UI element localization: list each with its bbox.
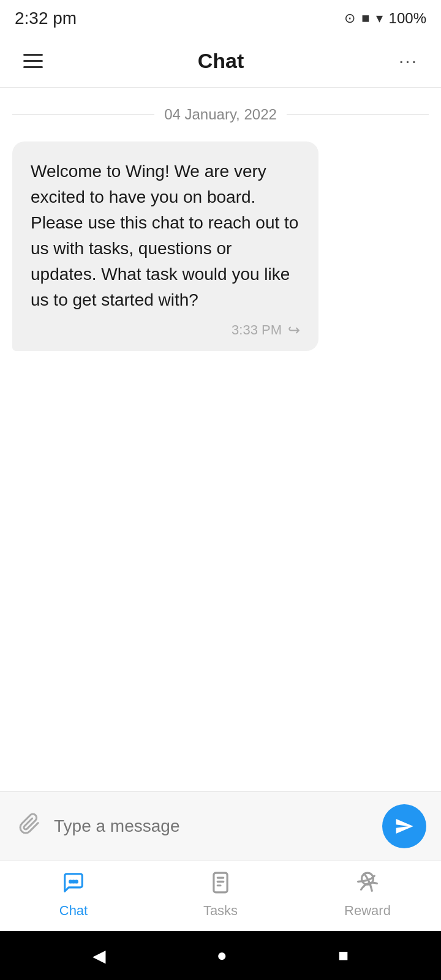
chat-nav-label: Chat [59, 903, 88, 919]
status-time: 2:32 pm [15, 9, 77, 28]
reply-icon[interactable]: ↩ [288, 322, 300, 339]
hamburger-menu-button[interactable] [18, 49, 48, 73]
header: Chat ··· [0, 34, 441, 88]
message-input[interactable] [54, 810, 372, 842]
svg-point-0 [70, 881, 72, 883]
more-options-button[interactable]: ··· [394, 45, 423, 76]
bubble-body: Welcome to Wing! We are very excited to … [12, 141, 318, 351]
reward-nav-label: Reward [344, 903, 391, 919]
nav-item-tasks[interactable]: Tasks [181, 871, 260, 919]
svg-point-1 [72, 881, 74, 883]
send-icon [394, 816, 414, 836]
tasks-nav-icon [209, 871, 232, 899]
tasks-nav-label: Tasks [203, 903, 238, 919]
bubble-meta: 3:33 PM ↩ [31, 322, 300, 339]
battery-indicator: 100% [389, 10, 426, 27]
android-home-button[interactable]: ● [217, 946, 227, 965]
bubble-text: Welcome to Wing! We are very excited to … [31, 162, 298, 309]
chat-nav-icon [62, 871, 85, 899]
message-bubble-incoming: Welcome to Wing! We are very excited to … [12, 141, 318, 351]
android-recent-button[interactable]: ■ [338, 946, 349, 965]
bubble-time: 3:33 PM [232, 322, 282, 338]
divider-line-right [287, 115, 429, 115]
reward-nav-icon [356, 871, 379, 899]
chat-area: 04 January, 2022 Welcome to Wing! We are… [0, 88, 441, 791]
wifi-icon: ▾ [376, 10, 383, 26]
date-divider-text: 04 January, 2022 [164, 106, 277, 123]
android-nav-bar: ◀ ● ■ [0, 931, 441, 980]
android-back-button[interactable]: ◀ [92, 946, 106, 966]
svg-point-2 [75, 881, 77, 883]
status-bar: 2:32 pm ⊙ ■ ▾ 100% [0, 0, 441, 34]
input-area [0, 791, 441, 861]
page-title: Chat [198, 49, 244, 73]
divider-line-left [12, 115, 154, 115]
status-icons: ⊙ ■ ▾ 100% [344, 10, 426, 27]
attach-icon[interactable] [15, 809, 44, 843]
nav-item-chat[interactable]: Chat [34, 871, 113, 919]
nav-item-reward[interactable]: Reward [328, 871, 407, 919]
screen-record-icon: ⊙ [344, 10, 355, 26]
date-divider: 04 January, 2022 [12, 106, 429, 123]
send-button[interactable] [382, 804, 426, 848]
stop-icon: ■ [361, 10, 369, 26]
bottom-nav: Chat Tasks Reward [0, 861, 441, 931]
